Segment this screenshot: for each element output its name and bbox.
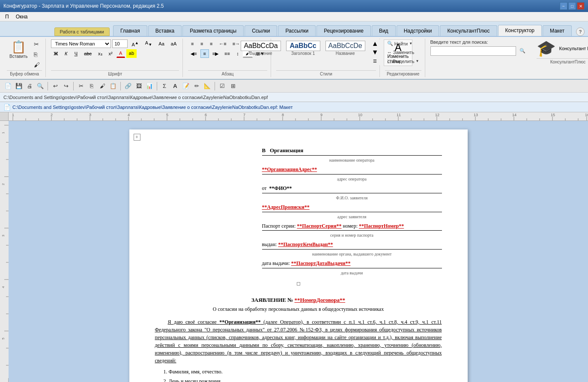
align-left-button[interactable]: ◀≡ bbox=[188, 49, 199, 58]
paste-icon: 📋 bbox=[11, 41, 26, 53]
help-button[interactable]: ? bbox=[576, 27, 585, 36]
ribbon-group-styles: AaBbCcDa Выделение AaBbCc Заголовок 1 Aa… bbox=[273, 39, 380, 77]
tb2-format-button[interactable]: 🖌 bbox=[98, 81, 107, 91]
search-input[interactable] bbox=[430, 46, 516, 56]
title-bar: Конфигуратор - Зарплата и Управление Пер… bbox=[0, 0, 588, 12]
tab-konstruktor[interactable]: Конструктор bbox=[498, 25, 542, 36]
doc-header-section: В Организация наименование оператора **О… bbox=[262, 147, 442, 276]
numbered-list-button[interactable]: ≡ bbox=[197, 39, 206, 48]
svg-text:14: 14 bbox=[512, 113, 516, 117]
search-button[interactable]: 🔍 bbox=[517, 46, 528, 55]
tab-razmetka[interactable]: Разметка страницы bbox=[182, 25, 244, 36]
styles-more-button[interactable]: ☰ bbox=[369, 57, 381, 65]
underline-button[interactable]: Ч bbox=[72, 49, 80, 58]
save-button[interactable]: 💾 bbox=[14, 81, 24, 91]
menu-item-p[interactable]: П bbox=[2, 13, 12, 21]
change-case-button[interactable]: аА bbox=[168, 39, 179, 48]
app-title: Конфигуратор - Зарплата и Управление Пер… bbox=[3, 3, 164, 9]
tb2-sep3 bbox=[120, 82, 121, 90]
edit-button[interactable]: 📝 bbox=[181, 81, 191, 91]
align-right-button[interactable]: ≡▶ bbox=[210, 49, 221, 58]
find-chevron: ▼ bbox=[409, 42, 412, 45]
tb2-sep2 bbox=[73, 82, 74, 90]
style-normal[interactable]: AaBbCcDa Выделение bbox=[239, 39, 282, 57]
copy-button[interactable]: ⎘ bbox=[32, 50, 42, 59]
maximize-button[interactable]: □ bbox=[568, 2, 576, 10]
tab-recenz[interactable]: Рецензирование bbox=[316, 25, 371, 36]
style-heading2[interactable]: AaBbCcDe Название bbox=[324, 39, 367, 57]
style-normal-label: Выделение bbox=[250, 51, 272, 56]
address-line bbox=[262, 174, 442, 174]
close-button[interactable]: ✕ bbox=[577, 2, 585, 10]
subscript-button[interactable]: x₂ bbox=[96, 49, 105, 58]
tab-rassylki[interactable]: Рассылки bbox=[278, 25, 316, 36]
font-color-button[interactable]: А bbox=[116, 49, 125, 58]
style-heading1[interactable]: AaBbCc Заголовок 1 bbox=[285, 39, 322, 57]
svg-text:3: 3 bbox=[89, 113, 91, 117]
replace-button[interactable]: ↔ Заменить bbox=[385, 48, 421, 56]
paste-button[interactable]: 📋 Вставить bbox=[7, 39, 30, 60]
svg-text:4: 4 bbox=[128, 113, 130, 117]
font-controls: Times New Roman A▲ A▼ Аа аА Ж К Ч аbc x₂… bbox=[51, 39, 179, 58]
tb2-sep5 bbox=[215, 82, 215, 90]
multilevel-list-button[interactable]: ≡ bbox=[207, 39, 215, 48]
image-button[interactable]: 🖼 bbox=[134, 81, 143, 91]
text-button[interactable]: A bbox=[170, 81, 180, 91]
document-area[interactable]: + В Организация наименование оператора *… bbox=[9, 121, 588, 382]
new-file-button[interactable]: 📄 bbox=[3, 81, 13, 91]
konsultant-icon[interactable]: 🎓 bbox=[537, 39, 556, 57]
redo-button[interactable]: ↪ bbox=[61, 81, 71, 91]
tab-vstavka[interactable]: Вставка bbox=[148, 25, 182, 36]
ribbon-tab-bar: Работа с таблицами Главная Вставка Разме… bbox=[0, 21, 588, 37]
clear-format-button[interactable]: Аа bbox=[156, 39, 167, 48]
italic-button[interactable]: К bbox=[62, 49, 70, 58]
tb2-cut-button[interactable]: ✂ bbox=[76, 81, 86, 91]
svg-text:15: 15 bbox=[551, 113, 555, 117]
tab-vid[interactable]: Вид bbox=[372, 25, 396, 36]
grid-button[interactable]: ⊞ bbox=[228, 81, 238, 91]
menu-item-windows[interactable]: Окна bbox=[12, 13, 31, 21]
decrease-indent-button[interactable]: ←≡ bbox=[216, 39, 229, 48]
strikethrough-button[interactable]: аbc bbox=[81, 49, 94, 58]
font-size-input[interactable] bbox=[112, 39, 128, 48]
styles-scroll-up[interactable]: ▲ bbox=[369, 39, 381, 48]
grow-font-button[interactable]: A▲ bbox=[129, 39, 141, 48]
expand-button[interactable]: + bbox=[134, 134, 140, 141]
tab-maket[interactable]: Макет bbox=[543, 25, 572, 36]
tb2-paste-button[interactable]: 📋 bbox=[108, 81, 118, 91]
minimize-button[interactable]: − bbox=[560, 2, 567, 10]
cut-button[interactable]: ✂ bbox=[32, 39, 42, 49]
hyperlink-button[interactable]: 🔗 bbox=[123, 81, 133, 91]
tab-nadstroyki[interactable]: Надстройки bbox=[397, 25, 439, 36]
fio-line bbox=[262, 193, 442, 193]
preview-button[interactable]: 🔍 bbox=[36, 81, 45, 91]
find-button[interactable]: 🔍 Найти ▼ bbox=[385, 39, 421, 48]
print-button[interactable]: 🖨 bbox=[25, 81, 34, 91]
checkbox-button[interactable]: ☑ bbox=[218, 81, 227, 91]
shrink-font-button[interactable]: A▼ bbox=[143, 39, 155, 48]
formula-button[interactable]: Σ bbox=[160, 81, 169, 91]
small-square-icon bbox=[297, 282, 300, 286]
superscript-button[interactable]: x² bbox=[106, 49, 115, 58]
font-name-select[interactable]: Times New Roman bbox=[51, 39, 111, 48]
align-center-button[interactable]: ≡ bbox=[200, 49, 209, 58]
cut-icon: ✂ bbox=[34, 41, 39, 48]
undo-button[interactable]: ↩ bbox=[51, 81, 60, 91]
bold-button[interactable]: Ж bbox=[51, 49, 60, 58]
tb2-copy-button[interactable]: ⎘ bbox=[87, 81, 96, 91]
highlight-button[interactable]: ab bbox=[126, 49, 137, 58]
tab-konsultant[interactable]: КонсультантПлюс bbox=[440, 25, 497, 36]
bullet-list-button[interactable]: ≡ bbox=[188, 39, 197, 48]
measure-button[interactable]: 📐 bbox=[203, 81, 212, 91]
table-button[interactable]: 📊 bbox=[145, 81, 154, 91]
doc-main-title: ЗАЯВЛЕНИЕ № **НомерДоговора** bbox=[155, 296, 442, 304]
justify-button[interactable]: ≡≡ bbox=[222, 49, 233, 58]
style-change-controls: ▲ ▼ ☰ bbox=[369, 39, 381, 65]
tab-ssylki[interactable]: Ссылки bbox=[245, 25, 277, 36]
tab-glavnaya[interactable]: Главная bbox=[113, 25, 147, 36]
styles-scroll-down[interactable]: ▼ bbox=[369, 48, 381, 57]
draw-button[interactable]: ✏ bbox=[192, 81, 201, 91]
select-button[interactable]: ⬚ Выделить ▼ bbox=[385, 57, 421, 65]
svg-text:5: 5 bbox=[166, 113, 168, 117]
format-painter-button[interactable]: 🖌 bbox=[32, 60, 42, 69]
